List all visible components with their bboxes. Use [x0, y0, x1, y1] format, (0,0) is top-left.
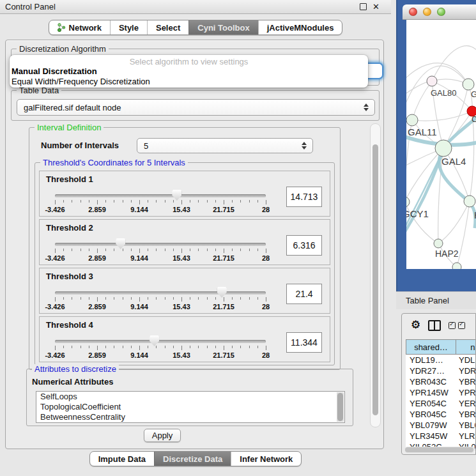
threshold-3-slider[interactable]: -3.426 2.859 9.144 15.43 21.715 28 [55, 286, 266, 313]
table-cell[interactable]: YDL19… [406, 355, 456, 365]
threshold-4-value[interactable]: 11.344 [286, 332, 322, 353]
table-data-select[interactable]: galFiltered.sif default node [17, 99, 375, 116]
table-cell[interactable]: YDR27… [406, 365, 456, 376]
table-cell[interactable]: YBR045C [406, 409, 456, 420]
apply-button[interactable]: Apply [144, 429, 181, 442]
numerical-attributes-label: Numerical Attributes [32, 377, 113, 387]
table-cell[interactable]: YBR0 [456, 376, 476, 387]
attributes-group: Attributes to discretize Numerical Attri… [26, 369, 353, 426]
horizontal-scrollbar[interactable] [404, 447, 475, 453]
table-row[interactable]: YBR045CYBR0 [406, 409, 476, 420]
scrollbar-thumb[interactable] [405, 447, 473, 452]
popup-option-equal-width-frequency[interactable]: Equal Width/Frequency Discretization [10, 77, 368, 87]
threshold-panel-1: Threshold 1 -3.426 2.859 9.144 15.43 21.… [39, 171, 330, 217]
combo-stepper-icon [302, 142, 307, 150]
numerical-attributes-list[interactable]: SelfLoopsTopologicalCoefficientBetweenne… [36, 391, 345, 423]
node-label: HAP2 [435, 249, 459, 259]
tab-discretize-data[interactable]: Discretize Data [154, 452, 231, 466]
node-label: C [472, 114, 476, 124]
close-traffic-light-icon[interactable] [409, 8, 417, 16]
threshold-3-value[interactable]: 21.4 [286, 284, 322, 304]
table-row[interactable]: YBR043CYBR0 [406, 376, 476, 387]
network-node[interactable] [463, 79, 474, 90]
table-cell[interactable]: YLR345W [406, 431, 456, 441]
network-node[interactable] [406, 197, 410, 207]
slider-track[interactable] [55, 194, 266, 197]
threshold-2-slider[interactable]: -3.426 2.859 9.144 15.43 21.715 28 [55, 238, 266, 265]
network-node[interactable] [434, 239, 443, 248]
slider-scale-labels: -3.426 2.859 9.144 15.43 21.715 28 [55, 206, 266, 214]
node-label: GAL80 [431, 88, 456, 98]
network-canvas[interactable]: GAL80GACGAL11GAL4GCY1HHAP2 [406, 20, 476, 269]
num-intervals-label: Number of Intervals [41, 141, 119, 150]
split-columns-icon[interactable] [428, 320, 441, 331]
table-cell[interactable]: YBL079W [406, 420, 456, 431]
checkbox-icon[interactable] [449, 322, 456, 329]
slider-thumb[interactable] [150, 335, 159, 346]
table-cell[interactable]: YDR2 [456, 365, 476, 376]
slider-track[interactable] [55, 340, 266, 343]
network-node[interactable] [406, 114, 418, 126]
algorithm-dropdown-popup: Select algorithm to view settings Manual… [10, 55, 368, 88]
table-cell[interactable]: YBL0 [456, 420, 476, 431]
tab-style[interactable]: Style [110, 20, 147, 35]
threshold-1-value[interactable]: 14.713 [286, 187, 322, 207]
checkbox-icon[interactable] [458, 322, 465, 329]
table-cell[interactable]: YBR043C [406, 376, 456, 387]
attribute-item[interactable]: SelfLoops [36, 392, 344, 402]
table-row[interactable]: YLR345WYLR3 [406, 431, 476, 441]
attribute-item[interactable]: TopologicalCoefficient [36, 402, 344, 412]
table-cell[interactable]: YPR145W [406, 387, 456, 398]
threshold-4-slider[interactable]: -3.426 2.859 9.144 15.43 21.715 28 [55, 335, 266, 362]
column-header-shared-name[interactable]: shared… [406, 339, 456, 355]
network-graph: GAL80GACGAL11GAL4GCY1HHAP2 [406, 20, 476, 269]
column-header-name[interactable]: na [456, 339, 476, 355]
float-window-icon[interactable] [360, 3, 367, 10]
slider-track[interactable] [55, 243, 266, 246]
slider-track[interactable] [55, 291, 266, 295]
node-label: GCY1 [406, 208, 429, 219]
vertical-scrollbar[interactable] [370, 123, 381, 427]
table-cell[interactable]: YLR3 [456, 431, 476, 441]
table-row[interactable]: YDL19…YDL1 [406, 355, 476, 365]
tab-jactivemnodules[interactable]: jActiveMNodules [258, 20, 342, 35]
network-icon [58, 23, 66, 32]
table-cell[interactable]: YER0 [456, 398, 476, 409]
table-row[interactable]: YDR27…YDR2 [406, 365, 476, 376]
node-label: GAL11 [408, 127, 437, 137]
table-cell[interactable]: YER054C [406, 398, 456, 409]
close-icon[interactable]: ✕ [372, 3, 380, 11]
table-cell[interactable]: YDL1 [456, 355, 476, 365]
slider-thumb[interactable] [172, 190, 181, 201]
zoom-traffic-light-icon[interactable] [437, 8, 445, 16]
network-window-titlebar[interactable] [403, 4, 476, 20]
network-node[interactable] [435, 140, 452, 157]
network-node[interactable] [427, 76, 437, 86]
list-scrollbar[interactable] [337, 392, 344, 422]
tab-impute-data[interactable]: Impute Data [90, 452, 154, 466]
tab-network[interactable]: Network [49, 20, 110, 35]
table-header: shared… na [406, 339, 476, 355]
network-edge [412, 81, 432, 120]
num-intervals-select[interactable]: 5 [137, 138, 313, 153]
table-row[interactable]: YBL079WYBL0 [406, 420, 476, 431]
scrollbar-thumb[interactable] [372, 144, 378, 415]
attribute-item[interactable]: BetweennessCentrality [36, 412, 344, 422]
table-cell[interactable]: YBR0 [456, 409, 476, 420]
popup-option-manual-discretization[interactable]: Manual Discretization [10, 66, 368, 77]
tab-infer-network[interactable]: Infer Network [231, 452, 301, 466]
network-node[interactable] [452, 263, 461, 269]
threshold-1-slider[interactable]: -3.426 2.859 9.144 15.43 21.715 28 [55, 189, 266, 216]
table-toolbar: ⚙ [402, 318, 475, 333]
table-cell[interactable]: YPR1 [456, 387, 476, 398]
table-row[interactable]: YER054CYER0 [406, 398, 476, 409]
network-node[interactable] [464, 196, 475, 207]
minimize-traffic-light-icon[interactable] [423, 8, 431, 16]
slider-thumb[interactable] [116, 238, 125, 249]
tab-select[interactable]: Select [147, 20, 188, 35]
threshold-2-value[interactable]: 6.316 [286, 235, 322, 256]
table-row[interactable]: YPR145WYPR1 [406, 387, 476, 398]
gear-icon[interactable]: ⚙ [411, 319, 420, 331]
slider-thumb[interactable] [217, 287, 227, 298]
tab-cyni-toolbox[interactable]: Cyni Toolbox [188, 20, 257, 35]
